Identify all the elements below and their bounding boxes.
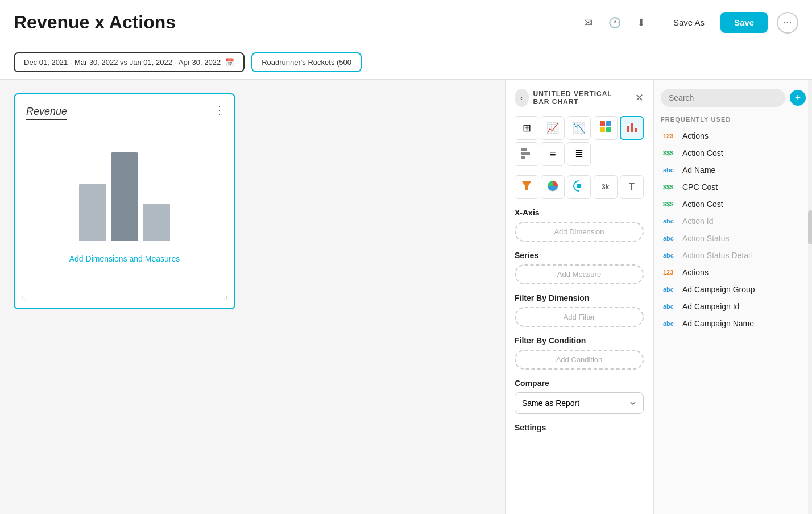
header-actions: ✉ 🕐 ⬇ Save As Save ··· xyxy=(582,12,798,34)
field-type-badge: $$$ xyxy=(663,201,679,208)
svg-rect-2 xyxy=(600,127,605,132)
svg-rect-4 xyxy=(627,126,629,132)
history-icon[interactable]: 🕐 xyxy=(606,14,623,31)
add-filter-button[interactable]: Add Filter xyxy=(515,307,644,327)
chart-type-stacked[interactable]: ≣ xyxy=(567,142,591,166)
x-axis-label: X-Axis xyxy=(515,208,644,217)
back-button[interactable]: ‹ xyxy=(515,89,529,107)
svg-rect-6 xyxy=(635,128,637,132)
stacked-icon: ≣ xyxy=(575,148,583,160)
freq-used-label: FREQUENTLY USED xyxy=(661,116,806,123)
chart-type-heatmap[interactable] xyxy=(594,116,618,140)
download-icon[interactable]: ⬇ xyxy=(635,14,648,31)
list-item[interactable]: abc Ad Campaign Id xyxy=(661,298,806,315)
field-name: Ad Name xyxy=(682,165,715,175)
vertical-bar-icon xyxy=(625,121,638,136)
add-measure-button[interactable]: Add Measure xyxy=(515,264,644,284)
widget-menu-button[interactable]: ⋮ xyxy=(214,103,225,117)
scrollbar-track[interactable] xyxy=(808,80,812,514)
date-range-button[interactable]: Dec 01, 2021 - Mar 30, 2022 vs Jan 01, 2… xyxy=(14,52,245,72)
list-item[interactable]: $$$ Action Cost xyxy=(661,196,806,213)
field-type-badge: abc xyxy=(663,286,679,293)
add-condition-button[interactable]: Add Condition xyxy=(515,350,644,370)
search-input[interactable] xyxy=(661,89,785,107)
list-item[interactable]: abc Action Status Detail xyxy=(661,247,806,264)
list-item[interactable]: 123 Actions xyxy=(661,264,806,281)
text-chart-icon: T xyxy=(629,182,635,192)
list-item[interactable]: abc Action Status xyxy=(661,230,806,247)
resize-handle-right[interactable]: ⌟ xyxy=(223,289,227,301)
field-type-badge: $$$ xyxy=(663,150,679,156)
save-button[interactable]: Save xyxy=(720,12,768,33)
save-as-button[interactable]: Save As xyxy=(666,13,711,32)
sidebar: ‹ UNTITLED VERTICAL BAR CHART ✕ ⊞ 📈 📉 xyxy=(505,80,812,514)
email-icon[interactable]: ✉ xyxy=(582,14,595,31)
svg-rect-9 xyxy=(521,156,525,159)
add-dimension-button[interactable]: Add Dimension xyxy=(515,222,644,242)
list-item[interactable]: 123 Actions xyxy=(661,127,806,144)
close-panel-button[interactable]: ✕ xyxy=(635,92,644,104)
chart-type-line[interactable]: 📈 xyxy=(541,116,565,140)
svg-rect-1 xyxy=(606,121,611,126)
svg-rect-3 xyxy=(606,127,611,132)
add-dims-label[interactable]: Add Dimensions and Measures xyxy=(26,254,223,263)
page-title: Revenue x Actions xyxy=(14,12,176,33)
filter-dimension-label: Filter By Dimension xyxy=(515,293,644,302)
list-item[interactable]: abc Ad Campaign Name xyxy=(661,315,806,332)
chart-type-h-bar[interactable]: ≡ xyxy=(541,142,565,166)
list-item[interactable]: $$$ Action Cost xyxy=(661,144,806,161)
chart-widget: Revenue ⋮ Add Dimensions and Measures ⌞ … xyxy=(14,93,235,309)
chart-type-kpi[interactable]: 3k xyxy=(594,175,618,199)
header: Revenue x Actions ✉ 🕐 ⬇ Save As Save ··· xyxy=(0,0,812,45)
chart-type-funnel[interactable] xyxy=(515,175,538,199)
chart-type-table[interactable]: ⊞ xyxy=(515,116,538,140)
horizontal-bar-icon xyxy=(520,147,533,162)
chart-type-vertical-bar[interactable] xyxy=(620,116,644,140)
h-bar-icon: ≡ xyxy=(550,148,556,160)
scrollbar-thumb[interactable] xyxy=(808,210,812,244)
chart-type-horizontal-bar[interactable] xyxy=(515,142,538,166)
field-name: Action Cost xyxy=(682,200,723,209)
main-content: Revenue ⋮ Add Dimensions and Measures ⌞ … xyxy=(0,80,812,514)
search-bar-row: + xyxy=(661,89,806,107)
chart-type-text[interactable]: T xyxy=(620,175,644,199)
compare-label: Compare xyxy=(515,379,644,388)
settings-label: Settings xyxy=(515,423,644,432)
svg-rect-0 xyxy=(600,121,605,126)
search-panel: + FREQUENTLY USED 123 Actions $$$ Action… xyxy=(653,80,812,514)
config-panel: ‹ UNTITLED VERTICAL BAR CHART ✕ ⊞ 📈 📉 xyxy=(506,80,653,514)
calendar-icon: 📅 xyxy=(225,58,234,67)
chart-type-pie[interactable] xyxy=(541,175,565,199)
toolbar: Dec 01, 2021 - Mar 30, 2022 vs Jan 01, 2… xyxy=(0,45,812,80)
search-add-button[interactable]: + xyxy=(790,90,806,106)
resize-handle-left[interactable]: ⌞ xyxy=(22,289,26,301)
chart-type-combo[interactable]: 📉 xyxy=(567,116,591,140)
svg-point-13 xyxy=(577,184,581,188)
chart-type-grid-row2: 3k T xyxy=(515,175,644,199)
compare-select[interactable]: Same as Report Previous Period Previous … xyxy=(515,392,644,414)
account-button[interactable]: Roadrunner's Rockets (500 xyxy=(251,52,362,72)
widget-title[interactable]: Revenue xyxy=(26,106,67,120)
kpi-icon: 3k xyxy=(602,183,609,191)
chart-type-gauge[interactable] xyxy=(567,175,591,199)
table-icon: ⊞ xyxy=(523,122,531,134)
bar-3 xyxy=(143,204,170,241)
chart-area: Revenue ⋮ Add Dimensions and Measures ⌞ … xyxy=(0,80,505,514)
header-icon-group: ✉ 🕐 ⬇ xyxy=(582,14,648,31)
field-name: Ad Campaign Id xyxy=(682,302,739,311)
field-name: Action Cost xyxy=(682,148,723,157)
filter-condition-label: Filter By Condition xyxy=(515,336,644,345)
list-item[interactable]: abc Ad Campaign Group xyxy=(661,281,806,298)
field-type-badge: abc xyxy=(663,320,679,327)
field-name: Action Id xyxy=(682,217,713,226)
list-item[interactable]: $$$ CPC Cost xyxy=(661,179,806,196)
field-name: Ad Campaign Name xyxy=(682,319,754,328)
more-options-button[interactable]: ··· xyxy=(777,12,798,34)
list-item[interactable]: abc Action Id xyxy=(661,213,806,230)
field-name: CPC Cost xyxy=(682,183,718,192)
chart-bars xyxy=(26,138,223,241)
series-label: Series xyxy=(515,251,644,260)
svg-rect-5 xyxy=(631,123,633,132)
list-item[interactable]: abc Ad Name xyxy=(661,161,806,179)
field-name: Actions xyxy=(682,131,709,140)
